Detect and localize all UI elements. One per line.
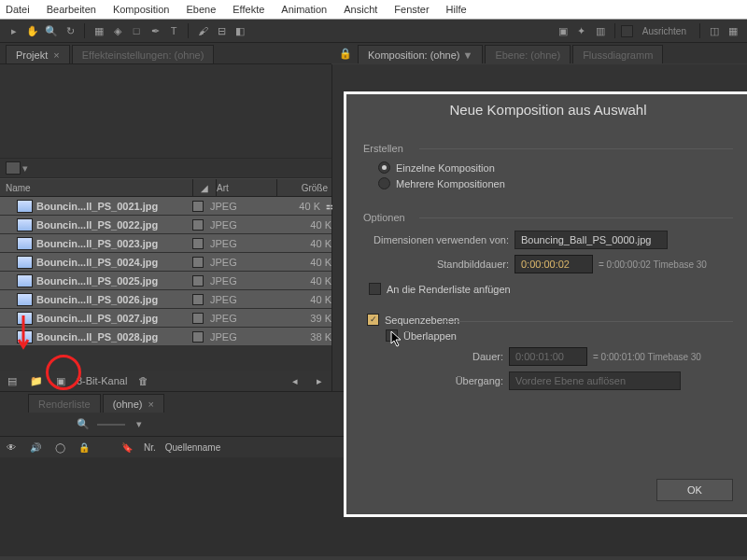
transition-select: Vordere Ebene auflösen bbox=[509, 371, 681, 390]
radio-icon bbox=[378, 161, 390, 174]
tab-effect-settings[interactable]: Effekteinstellungen: (ohne) bbox=[72, 45, 215, 63]
menu-komposition[interactable]: Komposition bbox=[113, 4, 170, 15]
grid-icon[interactable]: ▥ bbox=[592, 22, 609, 39]
menu-datei[interactable]: Datei bbox=[6, 4, 30, 15]
ok-button[interactable]: OK bbox=[656, 479, 733, 501]
lock-icon[interactable]: 🔒 bbox=[77, 441, 92, 454]
menu-hilfe[interactable]: Hilfe bbox=[446, 4, 467, 15]
pen-tool-icon[interactable]: ✒ bbox=[147, 22, 163, 39]
axis-icon[interactable]: ✦ bbox=[573, 22, 590, 39]
file-row[interactable]: Bouncin...ll_PS_0026.jpgJPEG40 K bbox=[0, 290, 331, 309]
tab-renderlist[interactable]: Renderliste bbox=[28, 394, 101, 413]
viewer-panel-tabs: 🔒 Komposition: (ohne) ▼ Ebene: (ohne) Fl… bbox=[331, 43, 747, 63]
checkbox-icon: ✓ bbox=[367, 314, 379, 326]
radio-single-comp[interactable]: Einzelne Komposition bbox=[378, 161, 733, 174]
file-row[interactable]: Bouncin...ll_PS_0021.jpgJPEG40 K⚏ bbox=[0, 197, 331, 216]
menu-ansicht[interactable]: Ansicht bbox=[344, 4, 377, 15]
menu-effekte[interactable]: Effekte bbox=[233, 4, 264, 15]
col-header-size[interactable]: Größe bbox=[277, 183, 331, 193]
project-search-row[interactable]: ▾ bbox=[0, 158, 331, 178]
interpret-footage-icon[interactable]: ▤ bbox=[4, 373, 21, 388]
label-swatch-icon bbox=[192, 238, 204, 249]
text-tool-icon[interactable]: T bbox=[165, 22, 182, 39]
tab-composition[interactable]: Komposition: (ohne) ▼ bbox=[358, 45, 483, 63]
bit-depth-button[interactable]: 8-Bit-Kanal bbox=[77, 375, 127, 386]
scene-icon[interactable]: ▣ bbox=[555, 22, 571, 39]
menu-bearbeiten[interactable]: Bearbeiten bbox=[47, 4, 96, 15]
file-row[interactable]: Bouncin...ll_PS_0025.jpgJPEG40 K bbox=[0, 272, 331, 290]
still-duration-input[interactable]: 0:00:00:02 bbox=[514, 255, 593, 273]
eraser-tool-icon[interactable]: ◧ bbox=[232, 22, 248, 39]
checkbox-icon bbox=[386, 329, 398, 342]
col-header-type[interactable]: Art bbox=[217, 183, 276, 193]
col-header-name[interactable]: Name bbox=[0, 183, 192, 193]
search-icon[interactable]: 🔍 bbox=[75, 416, 92, 433]
section-create-label: Erstellen bbox=[363, 143, 733, 154]
project-preview bbox=[0, 64, 331, 158]
new-folder-icon[interactable]: 📁 bbox=[28, 373, 45, 388]
clone-tool-icon[interactable]: ⊟ bbox=[213, 22, 230, 39]
section-options-label: Optionen bbox=[363, 212, 733, 223]
label-filter-icon[interactable] bbox=[6, 161, 21, 175]
file-row[interactable]: Bouncin...ll_PS_0024.jpgJPEG40 K bbox=[0, 253, 331, 272]
menu-fenster[interactable]: Fenster bbox=[394, 4, 429, 15]
ausrichten-label: Ausrichten bbox=[635, 24, 694, 38]
solo-icon[interactable]: ◯ bbox=[52, 441, 67, 454]
dimensions-from-select[interactable]: Bouncing_Ball_PS_0000.jpg bbox=[514, 231, 668, 249]
new-comp-dialog: Neue Komposition aus Auswahl Erstellen E… bbox=[344, 91, 747, 517]
tab-flowchart[interactable]: Flussdiagramm bbox=[572, 45, 663, 63]
panel-icon[interactable]: ▦ bbox=[725, 22, 741, 39]
rotate-tool-icon[interactable]: ↻ bbox=[62, 22, 78, 39]
thumbnail-icon bbox=[17, 200, 33, 213]
thumbnail-icon bbox=[17, 312, 33, 325]
overlap-duration-input: 0:00:01:00 bbox=[509, 347, 587, 366]
duration-note: = 0:00:01:00 Timebase 30 bbox=[593, 352, 701, 362]
selection-tool-icon[interactable]: ▸ bbox=[6, 22, 22, 39]
tab-none[interactable]: (ohne)× bbox=[103, 394, 164, 413]
col-source-name[interactable]: Quellenname bbox=[165, 442, 220, 453]
file-row[interactable]: Bouncin...ll_PS_0022.jpgJPEG40 K bbox=[0, 216, 331, 234]
project-panel: ▾ Name ◢ Art Größe Bouncin...ll_PS_0021.… bbox=[0, 64, 332, 391]
lock-icon[interactable]: 🔒 bbox=[337, 45, 354, 62]
col-header-label[interactable]: ◢ bbox=[193, 183, 216, 193]
filter-dropdown-icon[interactable]: ▾ bbox=[131, 416, 148, 433]
delete-icon[interactable]: 🗑 bbox=[134, 373, 151, 388]
thumbnail-icon bbox=[17, 256, 33, 269]
label-swatch-icon bbox=[192, 294, 204, 305]
label-swatch-icon bbox=[192, 275, 204, 287]
hand-tool-icon[interactable]: ✋ bbox=[24, 22, 41, 39]
filter-dropdown-icon[interactable]: ▾ bbox=[22, 162, 28, 175]
file-row[interactable]: Bouncin...ll_PS_0027.jpgJPEG39 K bbox=[0, 309, 331, 328]
tab-project[interactable]: Projekt× bbox=[6, 45, 70, 63]
thumbnail-icon bbox=[17, 293, 33, 306]
radio-multi-comp[interactable]: Mehrere Kompositionen bbox=[378, 177, 733, 189]
scroll-left-icon[interactable]: ◂ bbox=[287, 373, 303, 388]
label-icon[interactable]: 🔖 bbox=[120, 441, 134, 454]
new-comp-icon[interactable]: ▣ bbox=[52, 373, 69, 388]
add-to-render-queue-check[interactable]: An die Renderliste anfügen bbox=[369, 283, 733, 295]
menu-ebene[interactable]: Ebene bbox=[186, 4, 216, 15]
file-row[interactable]: Bouncin...ll_PS_0023.jpgJPEG40 K bbox=[0, 234, 331, 253]
search-icon[interactable]: ◫ bbox=[706, 22, 723, 39]
tab-layer[interactable]: Ebene: (ohne) bbox=[485, 45, 571, 63]
pan-behind-icon[interactable]: ◈ bbox=[109, 22, 126, 39]
thumbnail-icon bbox=[17, 237, 33, 250]
dialog-title: Neue Komposition aus Auswahl bbox=[346, 94, 747, 124]
col-nr[interactable]: Nr. bbox=[144, 442, 156, 453]
brush-tool-icon[interactable]: 🖌 bbox=[194, 22, 211, 39]
scroll-right-icon[interactable]: ▸ bbox=[311, 373, 328, 388]
camera-tool-icon[interactable]: ▦ bbox=[91, 22, 107, 39]
visibility-icon[interactable]: 👁 bbox=[4, 441, 19, 454]
file-row[interactable]: Bouncin...ll_PS_0028.jpgJPEG38 K bbox=[0, 328, 331, 346]
label-swatch-icon bbox=[192, 257, 204, 268]
project-item-list: Bouncin...ll_PS_0021.jpgJPEG40 K⚏ Bounci… bbox=[0, 197, 331, 371]
menu-animation[interactable]: Animation bbox=[281, 4, 327, 15]
ausrichten-checkbox[interactable] bbox=[621, 25, 633, 37]
sequence-layers-check[interactable]: ✓Sequenzebenen bbox=[367, 314, 733, 326]
overlap-check[interactable]: Überlappen bbox=[386, 329, 733, 342]
label-swatch-icon bbox=[192, 201, 204, 212]
label-swatch-icon bbox=[192, 331, 204, 343]
mask-tool-icon[interactable]: □ bbox=[128, 22, 145, 39]
zoom-tool-icon[interactable]: 🔍 bbox=[43, 22, 60, 39]
audio-icon[interactable]: 🔊 bbox=[28, 441, 43, 454]
